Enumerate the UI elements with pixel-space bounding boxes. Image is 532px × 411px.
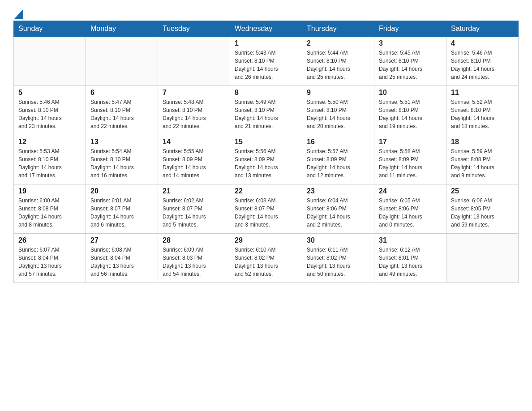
day-29: 29Sunrise: 6:10 AM Sunset: 8:02 PM Dayli… bbox=[230, 234, 302, 283]
day-number-25: 25 bbox=[451, 187, 514, 195]
day-9: 9Sunrise: 5:50 AM Sunset: 8:10 PM Daylig… bbox=[302, 86, 374, 135]
empty-cell bbox=[158, 37, 230, 86]
day-14: 14Sunrise: 5:55 AM Sunset: 8:09 PM Dayli… bbox=[158, 135, 230, 184]
day-info-8: Sunrise: 5:49 AM Sunset: 8:10 PM Dayligh… bbox=[235, 98, 297, 130]
day-10: 10Sunrise: 5:51 AM Sunset: 8:10 PM Dayli… bbox=[374, 86, 446, 135]
day-info-23: Sunrise: 6:04 AM Sunset: 8:06 PM Dayligh… bbox=[307, 197, 369, 229]
day-info-18: Sunrise: 5:59 AM Sunset: 8:08 PM Dayligh… bbox=[451, 147, 514, 180]
day-info-15: Sunrise: 5:56 AM Sunset: 8:09 PM Dayligh… bbox=[235, 147, 297, 180]
day-number-14: 14 bbox=[163, 138, 225, 146]
day-27: 27Sunrise: 6:08 AM Sunset: 8:04 PM Dayli… bbox=[86, 234, 158, 283]
day-number-27: 27 bbox=[90, 236, 153, 244]
day-number-6: 6 bbox=[90, 89, 153, 97]
day-info-5: Sunrise: 5:46 AM Sunset: 8:10 PM Dayligh… bbox=[18, 98, 81, 130]
day-15: 15Sunrise: 5:56 AM Sunset: 8:09 PM Dayli… bbox=[230, 135, 302, 184]
day-info-3: Sunrise: 5:45 AM Sunset: 8:10 PM Dayligh… bbox=[379, 49, 442, 81]
day-info-1: Sunrise: 5:43 AM Sunset: 8:10 PM Dayligh… bbox=[235, 49, 297, 81]
day-number-2: 2 bbox=[307, 39, 369, 47]
day-info-14: Sunrise: 5:55 AM Sunset: 8:09 PM Dayligh… bbox=[163, 147, 225, 180]
day-info-20: Sunrise: 6:01 AM Sunset: 8:07 PM Dayligh… bbox=[90, 197, 153, 229]
day-info-22: Sunrise: 6:03 AM Sunset: 8:07 PM Dayligh… bbox=[235, 197, 297, 229]
day-23: 23Sunrise: 6:04 AM Sunset: 8:06 PM Dayli… bbox=[302, 184, 374, 234]
day-21: 21Sunrise: 6:02 AM Sunset: 8:07 PM Dayli… bbox=[158, 184, 230, 234]
header-sunday: Sunday bbox=[14, 21, 86, 37]
day-number-11: 11 bbox=[451, 89, 514, 97]
empty-cell bbox=[86, 37, 158, 86]
day-number-20: 20 bbox=[90, 187, 153, 195]
week-row-1: 1Sunrise: 5:43 AM Sunset: 8:10 PM Daylig… bbox=[14, 37, 519, 86]
day-info-29: Sunrise: 6:10 AM Sunset: 8:02 PM Dayligh… bbox=[235, 246, 297, 278]
logo bbox=[13, 9, 23, 16]
day-12: 12Sunrise: 5:53 AM Sunset: 8:10 PM Dayli… bbox=[14, 135, 86, 184]
day-3: 3Sunrise: 5:45 AM Sunset: 8:10 PM Daylig… bbox=[374, 37, 446, 86]
day-17: 17Sunrise: 5:58 AM Sunset: 8:09 PM Dayli… bbox=[374, 135, 446, 184]
day-25: 25Sunrise: 6:06 AM Sunset: 8:05 PM Dayli… bbox=[446, 184, 519, 234]
header-saturday: Saturday bbox=[446, 21, 519, 37]
day-number-21: 21 bbox=[163, 187, 225, 195]
day-26: 26Sunrise: 6:07 AM Sunset: 8:04 PM Dayli… bbox=[14, 234, 86, 283]
day-8: 8Sunrise: 5:49 AM Sunset: 8:10 PM Daylig… bbox=[230, 86, 302, 135]
day-number-8: 8 bbox=[235, 89, 297, 97]
empty-cell bbox=[14, 37, 86, 86]
page-header bbox=[13, 9, 519, 16]
weekday-header-row: SundayMondayTuesdayWednesdayThursdayFrid… bbox=[14, 21, 519, 37]
day-info-4: Sunrise: 5:46 AM Sunset: 8:10 PM Dayligh… bbox=[451, 49, 514, 81]
day-number-24: 24 bbox=[379, 187, 442, 195]
day-info-24: Sunrise: 6:05 AM Sunset: 8:06 PM Dayligh… bbox=[379, 197, 442, 229]
day-24: 24Sunrise: 6:05 AM Sunset: 8:06 PM Dayli… bbox=[374, 184, 446, 234]
day-info-26: Sunrise: 6:07 AM Sunset: 8:04 PM Dayligh… bbox=[18, 246, 81, 278]
day-13: 13Sunrise: 5:54 AM Sunset: 8:10 PM Dayli… bbox=[86, 135, 158, 184]
logo-triangle-icon bbox=[14, 9, 23, 19]
day-number-23: 23 bbox=[307, 187, 369, 195]
day-7: 7Sunrise: 5:48 AM Sunset: 8:10 PM Daylig… bbox=[158, 86, 230, 135]
day-number-31: 31 bbox=[379, 236, 442, 244]
day-info-2: Sunrise: 5:44 AM Sunset: 8:10 PM Dayligh… bbox=[307, 49, 369, 81]
header-tuesday: Tuesday bbox=[158, 21, 230, 37]
day-2: 2Sunrise: 5:44 AM Sunset: 8:10 PM Daylig… bbox=[302, 37, 374, 86]
day-number-12: 12 bbox=[18, 138, 81, 146]
day-19: 19Sunrise: 6:00 AM Sunset: 8:08 PM Dayli… bbox=[14, 184, 86, 234]
svg-marker-0 bbox=[14, 9, 23, 19]
day-1: 1Sunrise: 5:43 AM Sunset: 8:10 PM Daylig… bbox=[230, 37, 302, 86]
day-number-17: 17 bbox=[379, 138, 442, 146]
day-number-26: 26 bbox=[18, 236, 81, 244]
day-number-9: 9 bbox=[307, 89, 369, 97]
day-number-13: 13 bbox=[90, 138, 153, 146]
day-info-27: Sunrise: 6:08 AM Sunset: 8:04 PM Dayligh… bbox=[90, 246, 153, 278]
day-info-6: Sunrise: 5:47 AM Sunset: 8:10 PM Dayligh… bbox=[90, 98, 153, 130]
day-number-1: 1 bbox=[235, 39, 297, 47]
day-28: 28Sunrise: 6:09 AM Sunset: 8:03 PM Dayli… bbox=[158, 234, 230, 283]
week-row-2: 5Sunrise: 5:46 AM Sunset: 8:10 PM Daylig… bbox=[14, 86, 519, 135]
day-number-22: 22 bbox=[235, 187, 297, 195]
day-number-30: 30 bbox=[307, 236, 369, 244]
day-info-25: Sunrise: 6:06 AM Sunset: 8:05 PM Dayligh… bbox=[451, 197, 514, 229]
day-6: 6Sunrise: 5:47 AM Sunset: 8:10 PM Daylig… bbox=[86, 86, 158, 135]
day-info-21: Sunrise: 6:02 AM Sunset: 8:07 PM Dayligh… bbox=[163, 197, 225, 229]
week-row-3: 12Sunrise: 5:53 AM Sunset: 8:10 PM Dayli… bbox=[14, 135, 519, 184]
day-info-30: Sunrise: 6:11 AM Sunset: 8:02 PM Dayligh… bbox=[307, 246, 369, 278]
day-20: 20Sunrise: 6:01 AM Sunset: 8:07 PM Dayli… bbox=[86, 184, 158, 234]
header-friday: Friday bbox=[374, 21, 446, 37]
day-info-28: Sunrise: 6:09 AM Sunset: 8:03 PM Dayligh… bbox=[163, 246, 225, 278]
day-info-17: Sunrise: 5:58 AM Sunset: 8:09 PM Dayligh… bbox=[379, 147, 442, 180]
day-number-4: 4 bbox=[451, 39, 514, 47]
day-number-5: 5 bbox=[18, 89, 81, 97]
day-number-29: 29 bbox=[235, 236, 297, 244]
day-number-19: 19 bbox=[18, 187, 81, 195]
day-number-7: 7 bbox=[163, 89, 225, 97]
day-info-10: Sunrise: 5:51 AM Sunset: 8:10 PM Dayligh… bbox=[379, 98, 442, 130]
day-number-3: 3 bbox=[379, 39, 442, 47]
empty-cell bbox=[446, 234, 519, 283]
day-number-18: 18 bbox=[451, 138, 514, 146]
header-thursday: Thursday bbox=[302, 21, 374, 37]
day-16: 16Sunrise: 5:57 AM Sunset: 8:09 PM Dayli… bbox=[302, 135, 374, 184]
day-info-19: Sunrise: 6:00 AM Sunset: 8:08 PM Dayligh… bbox=[18, 197, 81, 229]
day-number-16: 16 bbox=[307, 138, 369, 146]
day-4: 4Sunrise: 5:46 AM Sunset: 8:10 PM Daylig… bbox=[446, 37, 519, 86]
week-row-5: 26Sunrise: 6:07 AM Sunset: 8:04 PM Dayli… bbox=[14, 234, 519, 283]
day-info-16: Sunrise: 5:57 AM Sunset: 8:09 PM Dayligh… bbox=[307, 147, 369, 180]
day-22: 22Sunrise: 6:03 AM Sunset: 8:07 PM Dayli… bbox=[230, 184, 302, 234]
day-11: 11Sunrise: 5:52 AM Sunset: 8:10 PM Dayli… bbox=[446, 86, 519, 135]
week-row-4: 19Sunrise: 6:00 AM Sunset: 8:08 PM Dayli… bbox=[14, 184, 519, 234]
day-info-11: Sunrise: 5:52 AM Sunset: 8:10 PM Dayligh… bbox=[451, 98, 514, 130]
